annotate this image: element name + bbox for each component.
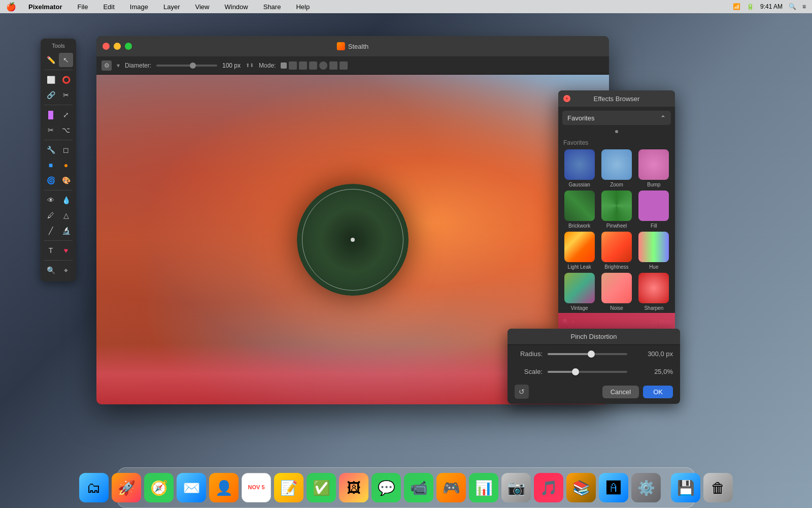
mode-icon-6[interactable] [329, 61, 337, 70]
menu-file[interactable]: File [74, 2, 91, 12]
maximize-button[interactable] [125, 43, 132, 50]
effect-thumb-6 [564, 232, 595, 262]
menu-edit[interactable]: Edit [100, 2, 117, 12]
tool-gradient[interactable]: ● [59, 158, 73, 172]
diameter-slider-thumb [190, 62, 196, 69]
tool-select[interactable]: ↖ [59, 53, 73, 67]
dock-icon-books[interactable]: 📚 [566, 473, 596, 502]
apple-menu[interactable]: 🍎 [6, 2, 16, 12]
tool-dropper-alt[interactable]: 💧 [59, 193, 73, 207]
mode-icon-3[interactable] [299, 61, 307, 70]
effect-item-vintage[interactable]: Vintage [562, 273, 596, 311]
cancel-button[interactable]: Cancel [602, 386, 639, 398]
effects-close-button[interactable]: × [563, 95, 570, 102]
dock-icon-photo-booth[interactable]: 📷 [501, 473, 531, 502]
clock: 9:41 AM [760, 3, 783, 10]
tool-paint[interactable]: █ [44, 108, 58, 122]
scale-slider[interactable] [548, 371, 627, 373]
tool-smudge[interactable]: 🌀 [44, 173, 58, 187]
pinch-distortion-panel: Pinch Distortion Radius: 300,0 px Scale:… [507, 329, 680, 404]
tool-dropper[interactable]: 🔬 [59, 224, 73, 238]
effect-item-sharpen[interactable]: Sharpen [637, 273, 671, 311]
tool-line[interactable]: ╱ [44, 224, 58, 238]
dock-icon-airdrop[interactable]: 💾 [671, 473, 700, 502]
dock-icon-facetime[interactable]: 📹 [404, 473, 433, 502]
effect-item-noise[interactable]: Noise [599, 273, 633, 311]
tool-transform[interactable]: ⤢ [59, 108, 73, 122]
tool-pen[interactable]: 🖊 [44, 208, 58, 223]
tool-text[interactable]: T [44, 243, 58, 258]
effects-browser: × Effects Browser Favorites ⌃ Favorites … [558, 90, 675, 328]
dock-icon-reminders[interactable]: ✅ [307, 473, 336, 502]
tool-zoom[interactable]: 🔍 [44, 263, 58, 277]
effect-item-zoom[interactable]: Zoom [599, 149, 633, 187]
mode-icon-4[interactable] [309, 61, 317, 70]
effect-item-hue[interactable]: Hue [637, 232, 671, 270]
dock-icon-system-preferences[interactable]: ⚙️ [631, 473, 661, 502]
effect-item-brickwork[interactable]: Brickwork [562, 190, 596, 229]
tool-brush[interactable]: ✏️ [44, 53, 58, 67]
effect-item-light-leak[interactable]: Light Leak [562, 232, 596, 270]
dock-icon-notes[interactable]: 📝 [274, 473, 303, 502]
dock-icon-finder[interactable]: 🗂 [79, 473, 109, 502]
menu-share[interactable]: Share [260, 2, 284, 12]
search-icon[interactable]: 🔍 [789, 3, 796, 10]
menu-image[interactable]: Image [127, 2, 151, 12]
tool-rect-select[interactable]: ⬜ [44, 73, 58, 87]
dock-icon-launchpad[interactable]: 🚀 [112, 473, 141, 502]
close-button[interactable] [103, 43, 110, 50]
minimize-button[interactable] [114, 43, 121, 50]
tool-clone[interactable]: ⌥ [59, 123, 73, 137]
tool-crop[interactable]: ✂ [44, 123, 58, 137]
mode-icon-1[interactable] [281, 62, 287, 69]
menu-layer[interactable]: Layer [160, 2, 183, 12]
mode-icon-5[interactable] [319, 61, 327, 70]
menu-help[interactable]: Help [293, 2, 313, 12]
tool-heart[interactable]: ♥ [59, 243, 73, 258]
menu-window[interactable]: Window [221, 2, 251, 12]
toolbar-chevron[interactable]: ▾ [117, 62, 120, 69]
dock-icon-safari[interactable]: 🧭 [144, 473, 174, 502]
dock-icon-messages[interactable]: 💬 [371, 473, 401, 502]
tool-lasso[interactable]: 🔗 [44, 88, 58, 102]
mode-icon-7[interactable] [340, 61, 348, 70]
tool-color[interactable]: 🎨 [59, 173, 73, 187]
dock-icon-music[interactable]: 🎵 [534, 473, 563, 502]
effect-item-gaussian[interactable]: Gaussian [562, 149, 596, 187]
toolbar-gear[interactable]: ⚙ [101, 60, 112, 71]
dock-icon-contacts[interactable]: 👤 [209, 473, 239, 502]
tool-erase[interactable]: ◻ [59, 143, 73, 157]
ok-button[interactable]: OK [643, 386, 673, 398]
dock-icon-photos[interactable]: 🖼 [339, 473, 368, 502]
dock-icon-calendar[interactable]: NOV 5 [242, 473, 271, 502]
effects-category-dropdown[interactable]: Favorites ⌃ [562, 111, 671, 125]
diameter-slider[interactable] [156, 65, 217, 67]
tool-shape[interactable]: △ [59, 208, 73, 223]
effect-item-bump[interactable]: Bump [637, 149, 671, 187]
dock-icon-numbers[interactable]: 📊 [469, 473, 498, 502]
tool-free-select[interactable]: ✂ [59, 88, 73, 102]
menu-view[interactable]: View [192, 2, 213, 12]
dock-icon-app-store[interactable]: 🅰 [599, 473, 628, 502]
dock-icon-mail[interactable]: ✉️ [177, 473, 206, 502]
dock-icon-trash[interactable]: 🗑 [703, 473, 733, 502]
effect-item-fill[interactable]: Fill [637, 190, 671, 229]
tool-eye[interactable]: 👁 [44, 193, 58, 207]
tool-fill[interactable]: ■ [44, 158, 58, 172]
window-icon [337, 42, 345, 50]
effect-item-pinwheel[interactable]: Pinwheel [599, 190, 633, 229]
mode-icon-2[interactable] [289, 61, 297, 70]
app-name[interactable]: Pixelmator [25, 2, 65, 12]
reset-button[interactable]: ↺ [515, 385, 529, 399]
window-title: Stealth [337, 42, 368, 50]
tool-heal[interactable]: 🔧 [44, 143, 58, 157]
tool-eyedrop2[interactable]: ⌖ [59, 263, 73, 277]
tool-ellipse-select[interactable]: ⭕ [59, 73, 73, 87]
dock: 🗂🚀🧭✉️👤NOV 5📝✅🖼💬📹🎮📊📷🎵📚🅰⚙️💾🗑 [117, 467, 695, 508]
control-center-icon[interactable]: ≡ [802, 3, 806, 10]
battery-icon: 🔋 [747, 3, 754, 10]
diameter-stepper[interactable]: ⬆⬇ [246, 62, 254, 68]
effect-item-brightness[interactable]: Brightness [599, 232, 633, 270]
dock-icon-game-center[interactable]: 🎮 [436, 473, 466, 502]
radius-slider[interactable] [548, 353, 627, 355]
